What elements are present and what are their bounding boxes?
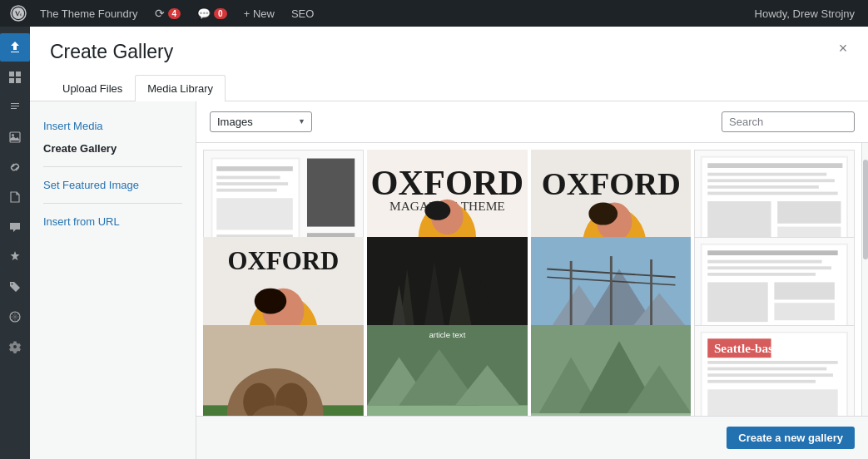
image-thumb[interactable]: article text xyxy=(367,325,528,416)
svg-text:Seattle-based: Seattle-based xyxy=(714,341,786,355)
modal-footer: Create a new gallery xyxy=(196,416,868,459)
svg-rect-76 xyxy=(708,260,822,264)
svg-rect-119 xyxy=(708,367,827,370)
svg-point-52 xyxy=(255,289,287,314)
svg-text:OXFORD: OXFORD xyxy=(541,166,680,201)
svg-rect-37 xyxy=(708,179,836,182)
svg-point-32 xyxy=(588,202,618,225)
svg-rect-3 xyxy=(9,78,14,83)
svg-rect-100 xyxy=(367,405,528,416)
updates-bar-item[interactable]: ⟳ 4 xyxy=(148,0,188,27)
svg-rect-121 xyxy=(708,379,816,382)
sidebar-icon-appearance[interactable] xyxy=(0,303,30,331)
modal-tabs: Upload Files Media Library xyxy=(30,75,868,101)
admin-bar: The Theme Foundry ⟳ 4 💬 0 + New SEO Howd… xyxy=(0,0,868,27)
comments-bar-item[interactable]: 💬 0 xyxy=(191,0,234,27)
filter-type-select[interactable]: Images All Media Items Audio Video xyxy=(210,111,312,132)
svg-rect-10 xyxy=(307,158,355,226)
svg-rect-15 xyxy=(216,189,276,192)
new-label: + New xyxy=(244,7,275,20)
site-name: The Theme Foundry xyxy=(40,7,138,20)
sidebar-icon-pages[interactable] xyxy=(0,183,30,211)
scrollbar-thumb[interactable] xyxy=(863,160,868,259)
svg-rect-77 xyxy=(708,267,832,270)
sidebar-item-create-gallery[interactable]: Create Gallery xyxy=(30,137,196,160)
svg-rect-35 xyxy=(708,163,843,168)
sidebar-item-insert-url[interactable]: Insert from URL xyxy=(30,210,196,233)
admin-bar-right: Howdy, Drew Strojny xyxy=(748,0,861,27)
seo-bar-item[interactable]: SEO xyxy=(285,0,320,27)
image-grid: OXFORD MAGAZINE THEME Seattle-based desi… xyxy=(196,143,861,416)
svg-rect-14 xyxy=(216,182,288,185)
svg-text:OXFORD: OXFORD xyxy=(370,163,523,202)
svg-rect-1 xyxy=(9,72,14,76)
modal-title: Create Gallery xyxy=(50,40,848,65)
svg-rect-79 xyxy=(708,283,768,323)
filter-type-wrap: Images All Media Items Audio Video xyxy=(210,111,312,132)
create-gallery-button[interactable]: Create a new gallery xyxy=(727,427,855,449)
modal-body: Insert Media Create Gallery Set Featured… xyxy=(30,101,868,459)
sidebar-icon-dashboard[interactable] xyxy=(0,63,30,91)
new-bar-item[interactable]: + New xyxy=(237,0,281,27)
modal-overlay: Create Gallery × Upload Files Media Libr… xyxy=(30,27,868,459)
comment-count: 0 xyxy=(214,8,227,19)
image-thumb[interactable]: Seattle-based xyxy=(694,325,855,416)
svg-rect-41 xyxy=(777,201,841,224)
svg-rect-122 xyxy=(708,389,838,416)
search-input[interactable] xyxy=(722,111,855,132)
svg-point-6 xyxy=(12,134,14,136)
svg-rect-78 xyxy=(708,273,816,276)
svg-rect-81 xyxy=(775,303,835,320)
seo-label: SEO xyxy=(291,7,314,20)
sidebar-divider xyxy=(43,166,182,167)
svg-text:article text: article text xyxy=(429,330,465,339)
grid-scroll-area: OXFORD MAGAZINE THEME Seattle-based desi… xyxy=(196,143,868,416)
sidebar-icon-links[interactable] xyxy=(0,153,30,181)
wp-sidebar xyxy=(0,27,30,459)
svg-rect-12 xyxy=(216,166,293,171)
svg-rect-2 xyxy=(16,72,21,76)
update-count: 4 xyxy=(168,8,181,19)
svg-rect-16 xyxy=(216,198,293,230)
filter-bar: Images All Media Items Audio Video xyxy=(196,101,868,143)
update-icon: ⟳ xyxy=(155,7,165,20)
svg-rect-75 xyxy=(708,251,838,256)
svg-rect-108 xyxy=(531,413,692,416)
sidebar-icon-media[interactable] xyxy=(0,123,30,151)
sidebar-icon-comments[interactable] xyxy=(0,213,30,241)
svg-rect-13 xyxy=(216,175,280,179)
modal-header: Create Gallery × xyxy=(30,27,868,75)
sidebar-item-insert-media[interactable]: Insert Media xyxy=(30,115,196,137)
modal-left-sidebar: Insert Media Create Gallery Set Featured… xyxy=(30,101,196,459)
tab-library[interactable]: Media Library xyxy=(135,75,226,101)
sidebar-item-set-featured[interactable]: Set Featured Image xyxy=(30,174,196,196)
svg-rect-36 xyxy=(708,173,827,176)
wp-logo[interactable] xyxy=(7,0,30,27)
create-gallery-modal: Create Gallery × Upload Files Media Libr… xyxy=(30,27,868,459)
sidebar-divider-2 xyxy=(43,203,182,204)
modal-main-content: Images All Media Items Audio Video xyxy=(196,101,868,459)
svg-point-25 xyxy=(424,201,450,220)
sidebar-icon-settings[interactable] xyxy=(0,333,30,361)
svg-rect-120 xyxy=(708,373,834,377)
sidebar-icon-upload[interactable] xyxy=(0,33,30,62)
svg-rect-39 xyxy=(708,191,838,195)
howdy-text: Howdy, Drew Strojny xyxy=(755,7,855,20)
site-name-bar-item[interactable]: The Theme Foundry xyxy=(33,0,145,27)
svg-text:OXFORD: OXFORD xyxy=(228,247,340,275)
image-thumb[interactable] xyxy=(203,325,364,416)
comment-icon: 💬 xyxy=(197,7,211,20)
scrollbar-track[interactable] xyxy=(861,143,868,416)
svg-rect-80 xyxy=(775,283,835,300)
svg-rect-4 xyxy=(16,78,21,83)
tab-upload[interactable]: Upload Files xyxy=(50,75,135,101)
svg-rect-38 xyxy=(708,185,820,189)
svg-rect-118 xyxy=(708,361,838,364)
close-button[interactable]: × xyxy=(831,37,855,60)
sidebar-icon-pin[interactable] xyxy=(0,243,30,271)
svg-rect-5 xyxy=(10,132,20,142)
image-thumb[interactable] xyxy=(531,325,692,416)
howdy-item[interactable]: Howdy, Drew Strojny xyxy=(748,0,861,27)
sidebar-icon-tags[interactable] xyxy=(0,273,30,301)
sidebar-icon-posts[interactable] xyxy=(0,93,30,121)
